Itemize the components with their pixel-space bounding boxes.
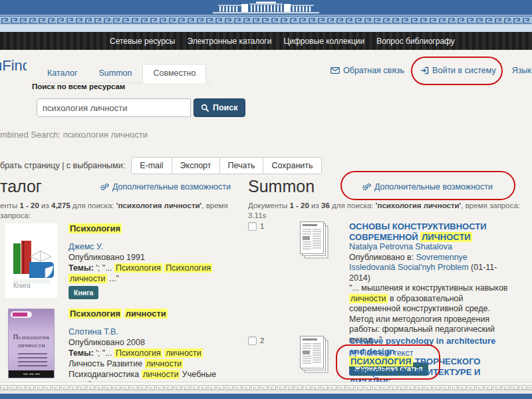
author-link[interactable]: Джемс У. [68,242,103,251]
book-cover-placeholder[interactable]: Книга [5,223,57,298]
result-title-link-en[interactable]: Creative psychology in architecture and … [349,336,513,356]
search-scope-label: Поиск по всем ресурсам [32,82,125,90]
email-button[interactable]: E-mail [131,157,172,174]
top-navigation: Сетевые ресурсы Электронные каталоги Циф… [0,32,532,50]
nav-electronic-catalogs[interactable]: Электронные каталоги [188,37,272,46]
cover-series-band [11,311,32,318]
envelope-icon [331,67,340,74]
bulk-buttons: E-mail Экспорт Печать Сохранить [131,157,321,174]
result-title-link[interactable]: Психология личности [68,309,240,319]
article-pages-icon[interactable] [300,336,331,374]
summon-more-link[interactable]: Дополнительные возможности [362,182,493,192]
catalog-result-1: Книга Психология Джемс У. Опубликовано 1… [0,223,240,299]
nav-digital-collections[interactable]: Цифровые коллекции [283,37,364,46]
header-band [0,0,532,15]
tab-combined[interactable]: Совместно [142,64,206,83]
cover-title-line2: личности [9,341,54,349]
result-checkbox[interactable] [248,222,257,231]
article-pages-icon[interactable] [300,221,331,260]
nav-network-resources[interactable]: Сетевые ресурсы [110,37,176,46]
bulk-label: брать страницу | с выбранными: [0,161,125,170]
format-badge: Книга [68,286,98,299]
search-icon [201,104,209,112]
footer-blue-band [0,394,532,399]
book-cover[interactable]: Психология личности [8,309,55,378]
result-number: 1 [260,222,264,230]
site-logo[interactable]: uFind [0,57,27,74]
breadcrumb: mbined Search: психология личности [0,130,148,140]
catalog-title: талог [0,177,42,196]
catalog-result-count: енты 1 - 20 из 4,275 для поиска: 'психол… [0,201,241,221]
light-blue-strip [0,25,532,32]
gears-icon [100,183,109,191]
author-link[interactable]: Natalya Petrovna Shatalova [349,242,452,251]
summon-result-count: Документы 1 - 20 из 36 для поиска: 'псих… [248,201,532,221]
published-in-line: Опубликовано в: Sovremennye Issledovaniâ… [349,253,513,284]
topics-line: Темы: '; "... Психология Психология личн… [68,263,240,284]
language-dropdown[interactable]: Язык [512,66,532,75]
tab-summon[interactable]: Summon [88,64,142,83]
feedback-link[interactable]: Обратная связь [331,66,404,75]
result-number: 2 [260,336,264,344]
summon-header: Summon Дополнительные возможности [248,177,493,196]
catalog-more-link[interactable]: Дополнительные возможности [100,182,231,192]
author-link[interactable]: Слотина Т.В. [68,327,118,336]
utility-links: Обратная связь Войти в систему Язык [331,66,532,75]
save-button[interactable]: Сохранить [263,157,321,174]
result-checkbox[interactable] [248,336,257,345]
search-input[interactable] [37,98,191,117]
export-button[interactable]: Экспорт [172,157,220,174]
search-form: Поиск [37,98,245,117]
library-building-icon [209,1,323,15]
summon-title: Summon [248,177,315,196]
result-title-link[interactable]: ОСНОВЫ КОНСТРУКТИВНОСТИ СОВРЕМЕННОЙ ЛИЧН… [349,221,513,242]
gears-icon [362,183,371,191]
sign-in-icon [420,66,429,74]
search-button[interactable]: Поиск [194,98,245,117]
logo-clip: uFind [0,57,27,76]
catalog-header: талог Дополнительные возможности [0,177,231,196]
meander-border-bottom [0,382,532,390]
result-title-link[interactable]: Психология [68,223,240,234]
meander-border-top [0,15,532,25]
published-text: Опубликовано 2008 [68,337,240,348]
cover-caption: Книга [13,282,31,289]
search-tabs: Каталог Summon Совместно [37,64,211,83]
page: Сетевые ресурсы Электронные каталоги Циф… [0,0,532,399]
tab-catalog[interactable]: Каталог [37,64,88,83]
cover-footer-band [9,370,54,378]
print-button[interactable]: Печать [219,157,264,174]
nav-ask-librarian[interactable]: Вопрос библиографу [376,37,455,46]
bulk-action-row: брать страницу | с выбранными: E-mail Эк… [0,157,322,174]
published-text: Опубликовано 1991 [68,252,240,263]
login-link[interactable]: Войти в систему [420,66,496,75]
cover-title-line1: Психология [9,333,54,341]
